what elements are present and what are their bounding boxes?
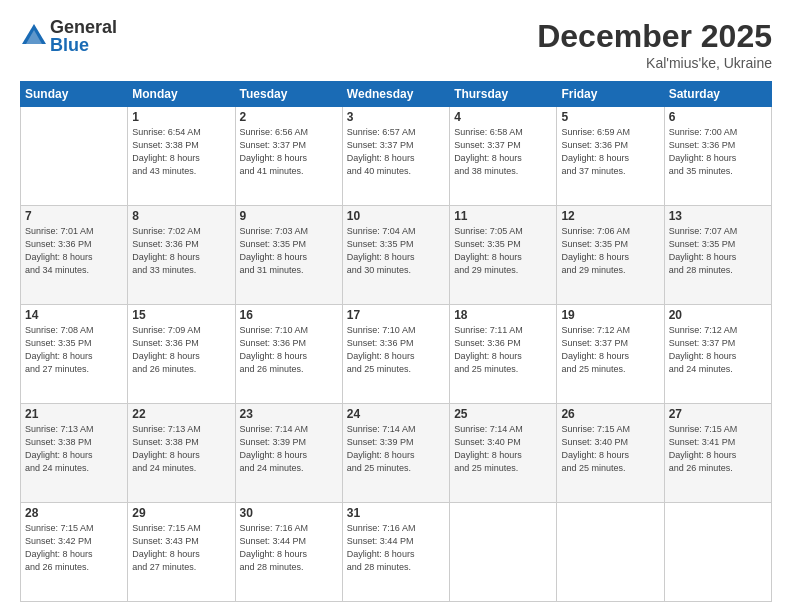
day-number: 31 — [347, 506, 445, 520]
calendar-cell: 18Sunrise: 7:11 AMSunset: 3:36 PMDayligh… — [450, 305, 557, 404]
calendar-cell: 27Sunrise: 7:15 AMSunset: 3:41 PMDayligh… — [664, 404, 771, 503]
cell-info: Sunrise: 6:56 AMSunset: 3:37 PMDaylight:… — [240, 126, 338, 178]
calendar-cell — [664, 503, 771, 602]
day-number: 11 — [454, 209, 552, 223]
day-number: 25 — [454, 407, 552, 421]
calendar-cell: 30Sunrise: 7:16 AMSunset: 3:44 PMDayligh… — [235, 503, 342, 602]
day-number: 4 — [454, 110, 552, 124]
cell-info: Sunrise: 7:15 AMSunset: 3:41 PMDaylight:… — [669, 423, 767, 475]
week-row-4: 28Sunrise: 7:15 AMSunset: 3:42 PMDayligh… — [21, 503, 772, 602]
day-number: 7 — [25, 209, 123, 223]
day-number: 18 — [454, 308, 552, 322]
calendar-cell: 22Sunrise: 7:13 AMSunset: 3:38 PMDayligh… — [128, 404, 235, 503]
cell-info: Sunrise: 6:57 AMSunset: 3:37 PMDaylight:… — [347, 126, 445, 178]
week-row-3: 21Sunrise: 7:13 AMSunset: 3:38 PMDayligh… — [21, 404, 772, 503]
month-title: December 2025 — [537, 18, 772, 55]
calendar-cell: 3Sunrise: 6:57 AMSunset: 3:37 PMDaylight… — [342, 107, 449, 206]
day-number: 27 — [669, 407, 767, 421]
logo-general-text: General — [50, 18, 117, 36]
location: Kal'mius'ke, Ukraine — [537, 55, 772, 71]
day-number: 12 — [561, 209, 659, 223]
day-number: 28 — [25, 506, 123, 520]
calendar-cell — [557, 503, 664, 602]
week-row-0: 1Sunrise: 6:54 AMSunset: 3:38 PMDaylight… — [21, 107, 772, 206]
calendar-cell: 28Sunrise: 7:15 AMSunset: 3:42 PMDayligh… — [21, 503, 128, 602]
calendar-cell: 23Sunrise: 7:14 AMSunset: 3:39 PMDayligh… — [235, 404, 342, 503]
cell-info: Sunrise: 7:09 AMSunset: 3:36 PMDaylight:… — [132, 324, 230, 376]
day-number: 23 — [240, 407, 338, 421]
day-number: 21 — [25, 407, 123, 421]
cell-info: Sunrise: 6:54 AMSunset: 3:38 PMDaylight:… — [132, 126, 230, 178]
cell-info: Sunrise: 7:01 AMSunset: 3:36 PMDaylight:… — [25, 225, 123, 277]
calendar-cell: 13Sunrise: 7:07 AMSunset: 3:35 PMDayligh… — [664, 206, 771, 305]
calendar-table: SundayMondayTuesdayWednesdayThursdayFrid… — [20, 81, 772, 602]
cell-info: Sunrise: 7:16 AMSunset: 3:44 PMDaylight:… — [240, 522, 338, 574]
day-number: 14 — [25, 308, 123, 322]
day-number: 15 — [132, 308, 230, 322]
calendar-cell: 20Sunrise: 7:12 AMSunset: 3:37 PMDayligh… — [664, 305, 771, 404]
calendar-cell: 29Sunrise: 7:15 AMSunset: 3:43 PMDayligh… — [128, 503, 235, 602]
day-number: 8 — [132, 209, 230, 223]
day-number: 2 — [240, 110, 338, 124]
day-number: 30 — [240, 506, 338, 520]
calendar-cell: 1Sunrise: 6:54 AMSunset: 3:38 PMDaylight… — [128, 107, 235, 206]
day-number: 13 — [669, 209, 767, 223]
cell-info: Sunrise: 7:14 AMSunset: 3:39 PMDaylight:… — [240, 423, 338, 475]
weekday-saturday: Saturday — [664, 82, 771, 107]
day-number: 26 — [561, 407, 659, 421]
calendar-cell: 6Sunrise: 7:00 AMSunset: 3:36 PMDaylight… — [664, 107, 771, 206]
calendar-cell: 15Sunrise: 7:09 AMSunset: 3:36 PMDayligh… — [128, 305, 235, 404]
cell-info: Sunrise: 7:13 AMSunset: 3:38 PMDaylight:… — [132, 423, 230, 475]
calendar-cell: 16Sunrise: 7:10 AMSunset: 3:36 PMDayligh… — [235, 305, 342, 404]
cell-info: Sunrise: 7:05 AMSunset: 3:35 PMDaylight:… — [454, 225, 552, 277]
calendar-cell: 31Sunrise: 7:16 AMSunset: 3:44 PMDayligh… — [342, 503, 449, 602]
cell-info: Sunrise: 7:12 AMSunset: 3:37 PMDaylight:… — [561, 324, 659, 376]
day-number: 10 — [347, 209, 445, 223]
day-number: 20 — [669, 308, 767, 322]
calendar-cell: 11Sunrise: 7:05 AMSunset: 3:35 PMDayligh… — [450, 206, 557, 305]
calendar-cell: 17Sunrise: 7:10 AMSunset: 3:36 PMDayligh… — [342, 305, 449, 404]
cell-info: Sunrise: 7:07 AMSunset: 3:35 PMDaylight:… — [669, 225, 767, 277]
header: General Blue December 2025 Kal'mius'ke, … — [20, 18, 772, 71]
cell-info: Sunrise: 7:10 AMSunset: 3:36 PMDaylight:… — [347, 324, 445, 376]
calendar-cell: 26Sunrise: 7:15 AMSunset: 3:40 PMDayligh… — [557, 404, 664, 503]
day-number: 22 — [132, 407, 230, 421]
day-number: 24 — [347, 407, 445, 421]
cell-info: Sunrise: 7:10 AMSunset: 3:36 PMDaylight:… — [240, 324, 338, 376]
calendar-cell: 2Sunrise: 6:56 AMSunset: 3:37 PMDaylight… — [235, 107, 342, 206]
day-number: 6 — [669, 110, 767, 124]
calendar-cell — [21, 107, 128, 206]
calendar-cell: 4Sunrise: 6:58 AMSunset: 3:37 PMDaylight… — [450, 107, 557, 206]
day-number: 19 — [561, 308, 659, 322]
calendar-cell: 7Sunrise: 7:01 AMSunset: 3:36 PMDaylight… — [21, 206, 128, 305]
cell-info: Sunrise: 7:15 AMSunset: 3:43 PMDaylight:… — [132, 522, 230, 574]
day-number: 16 — [240, 308, 338, 322]
weekday-monday: Monday — [128, 82, 235, 107]
day-number: 9 — [240, 209, 338, 223]
title-block: December 2025 Kal'mius'ke, Ukraine — [537, 18, 772, 71]
cell-info: Sunrise: 7:06 AMSunset: 3:35 PMDaylight:… — [561, 225, 659, 277]
cell-info: Sunrise: 7:08 AMSunset: 3:35 PMDaylight:… — [25, 324, 123, 376]
cell-info: Sunrise: 7:02 AMSunset: 3:36 PMDaylight:… — [132, 225, 230, 277]
weekday-friday: Friday — [557, 82, 664, 107]
day-number: 29 — [132, 506, 230, 520]
cell-info: Sunrise: 7:03 AMSunset: 3:35 PMDaylight:… — [240, 225, 338, 277]
logo: General Blue — [20, 18, 117, 54]
logo-blue-text: Blue — [50, 36, 117, 54]
cell-info: Sunrise: 7:15 AMSunset: 3:42 PMDaylight:… — [25, 522, 123, 574]
cell-info: Sunrise: 7:04 AMSunset: 3:35 PMDaylight:… — [347, 225, 445, 277]
calendar-cell: 25Sunrise: 7:14 AMSunset: 3:40 PMDayligh… — [450, 404, 557, 503]
cell-info: Sunrise: 7:14 AMSunset: 3:39 PMDaylight:… — [347, 423, 445, 475]
day-number: 3 — [347, 110, 445, 124]
week-row-2: 14Sunrise: 7:08 AMSunset: 3:35 PMDayligh… — [21, 305, 772, 404]
calendar-cell: 8Sunrise: 7:02 AMSunset: 3:36 PMDaylight… — [128, 206, 235, 305]
calendar-cell: 19Sunrise: 7:12 AMSunset: 3:37 PMDayligh… — [557, 305, 664, 404]
weekday-wednesday: Wednesday — [342, 82, 449, 107]
cell-info: Sunrise: 6:58 AMSunset: 3:37 PMDaylight:… — [454, 126, 552, 178]
day-number: 17 — [347, 308, 445, 322]
day-number: 1 — [132, 110, 230, 124]
cell-info: Sunrise: 7:11 AMSunset: 3:36 PMDaylight:… — [454, 324, 552, 376]
cell-info: Sunrise: 7:14 AMSunset: 3:40 PMDaylight:… — [454, 423, 552, 475]
page: General Blue December 2025 Kal'mius'ke, … — [0, 0, 792, 612]
weekday-tuesday: Tuesday — [235, 82, 342, 107]
